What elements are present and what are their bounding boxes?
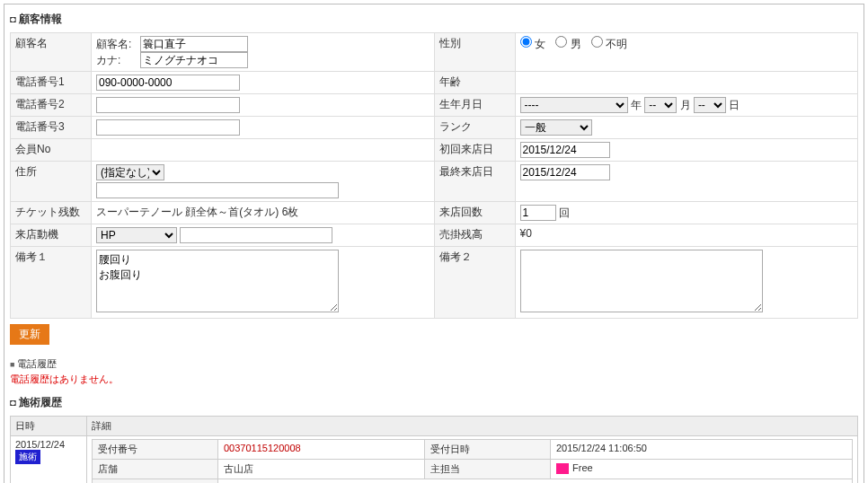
col-detail: 詳細 xyxy=(87,417,858,436)
history-tag: 施術 xyxy=(15,450,40,464)
label-receipt-remark: 受付備考 xyxy=(93,479,218,484)
history-date: 2015/12/24 xyxy=(15,439,65,450)
input-customer-name[interactable] xyxy=(140,36,248,52)
input-address[interactable] xyxy=(96,182,339,198)
label-store: 店舗 xyxy=(93,460,218,479)
section-treatment-history: 施術履歴 xyxy=(10,395,858,410)
label-visit-motive: 来店動機 xyxy=(11,224,92,247)
label-gender: 性別 xyxy=(434,33,515,72)
section-phone-history: 電話履歴 xyxy=(10,357,858,371)
radio-gender-u[interactable] xyxy=(591,36,603,48)
label-ticket-remain: チケット残数 xyxy=(11,202,92,224)
input-kana[interactable] xyxy=(140,52,248,68)
label-visit-count: 来店回数 xyxy=(434,202,515,224)
label-receipt-no: 受付番号 xyxy=(93,440,218,460)
select-address-pref[interactable]: (指定なし) xyxy=(96,164,164,180)
label-phone1: 電話番号1 xyxy=(11,72,92,94)
value-ar-balance: ¥0 xyxy=(515,224,858,247)
radio-gender-f-label[interactable]: 女 xyxy=(520,38,545,50)
radio-gender-u-label[interactable]: 不明 xyxy=(591,38,627,50)
value-main-staff: Free xyxy=(572,462,593,473)
value-receipt-datetime: 2015/12/24 11:06:50 xyxy=(551,440,853,460)
customer-form: 顧客名 顧客名: カナ: 性別 女 男 不明 電話番号1 年齢 電話番号2 生年 xyxy=(10,32,858,319)
label-birthdate: 生年月日 xyxy=(434,94,515,117)
select-birth-year[interactable]: ---- xyxy=(520,97,628,113)
label-customer-name-field: 顧客名: xyxy=(96,37,137,52)
input-visit-count[interactable] xyxy=(520,205,556,221)
section-customer-info: 顧客情報 xyxy=(10,12,858,27)
value-store: 古山店 xyxy=(218,460,425,479)
update-button[interactable]: 更新 xyxy=(10,324,49,345)
input-last-visit[interactable] xyxy=(520,164,610,180)
select-birth-day[interactable]: -- xyxy=(694,97,726,113)
treatment-detail-table: 受付番号 00370115120008 受付日時 2015/12/24 11:0… xyxy=(92,439,853,483)
treatment-history-table: 日時 詳細 2015/12/24 施術 受付番号 00370115120008 … xyxy=(10,416,858,483)
input-first-visit[interactable] xyxy=(520,142,610,158)
textarea-remark2[interactable] xyxy=(520,250,763,312)
label-age: 年齢 xyxy=(434,72,515,94)
select-visit-motive[interactable]: HP xyxy=(96,227,177,243)
value-ticket-remain: スーパーテノール 顔全体～首(タオル) 6枚 xyxy=(92,202,435,224)
label-address: 住所 xyxy=(11,162,92,202)
value-receipt-no: 00370115120008 xyxy=(224,443,301,453)
input-phone2[interactable] xyxy=(96,97,240,113)
textarea-remark1[interactable] xyxy=(96,250,339,312)
label-phone2: 電話番号2 xyxy=(11,94,92,117)
input-visit-motive-detail[interactable] xyxy=(180,227,332,243)
label-member-no: 会員No xyxy=(11,139,92,162)
label-kana-field: カナ: xyxy=(96,53,137,68)
label-main-staff: 主担当 xyxy=(425,460,551,479)
table-row: 2015/12/24 施術 受付番号 00370115120008 受付日時 2… xyxy=(11,436,858,484)
select-rank[interactable]: 一般 xyxy=(520,119,592,136)
label-last-visit: 最終来店日 xyxy=(434,162,515,202)
no-phone-history-text: 電話履歴はありません。 xyxy=(10,373,858,386)
label-phone3: 電話番号3 xyxy=(11,117,92,139)
select-birth-month[interactable]: -- xyxy=(644,97,677,113)
input-phone1[interactable] xyxy=(96,75,240,91)
label-remark2: 備考２ xyxy=(434,247,515,319)
label-remark1: 備考１ xyxy=(11,247,92,319)
radio-gender-m-label[interactable]: 男 xyxy=(555,38,580,50)
label-first-visit: 初回来店日 xyxy=(434,139,515,162)
label-receipt-datetime: 受付日時 xyxy=(425,440,551,460)
radio-gender-f[interactable] xyxy=(520,36,532,48)
label-customer-name: 顧客名 xyxy=(11,33,92,72)
label-ar-balance: 売掛残高 xyxy=(434,224,515,247)
staff-color-icon xyxy=(556,463,569,474)
value-receipt-remark xyxy=(218,479,853,484)
input-phone3[interactable] xyxy=(96,119,240,136)
col-datetime: 日時 xyxy=(11,417,87,436)
radio-gender-m[interactable] xyxy=(555,36,567,48)
label-rank: ランク xyxy=(434,117,515,139)
